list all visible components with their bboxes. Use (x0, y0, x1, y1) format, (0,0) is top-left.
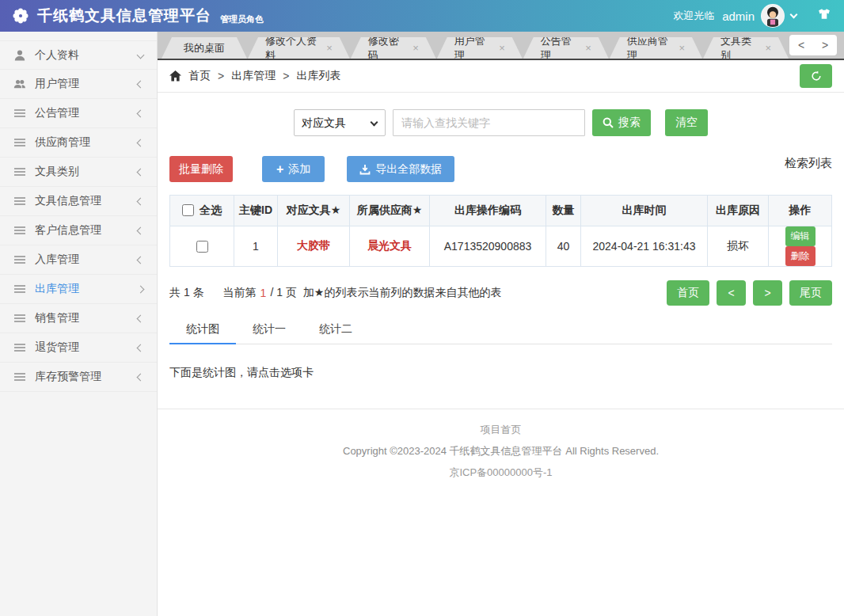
sidebar-item-label: 库存预警管理 (35, 370, 101, 384)
add-button-label: 添加 (288, 162, 310, 177)
tab-scroll-left-button[interactable]: < (789, 35, 813, 55)
cell-id: 1 (234, 226, 278, 267)
tab-stats-one[interactable]: 统计一 (236, 316, 302, 344)
outbound-table: 全选 主键ID 对应文具★ 所属供应商★ 出库操作编码 数量 出库时间 出库原因… (169, 195, 832, 267)
sidebar-item-users[interactable]: 用户管理 (0, 70, 157, 99)
table-toolbar: 批量删除 + 添加 导出全部数据 检索列表 (169, 156, 832, 182)
footer-home-link[interactable]: 项目首页 (158, 423, 844, 437)
close-icon[interactable]: × (412, 42, 419, 54)
app-title: 千纸鹤文具信息管理平台 (37, 6, 211, 26)
select-all-checkbox[interactable] (182, 204, 194, 216)
row-checkbox[interactable] (196, 241, 208, 253)
first-page-button[interactable]: 首页 (667, 280, 709, 306)
tab-scroll-right-button[interactable]: > (813, 35, 837, 55)
chevron-down-icon (137, 51, 145, 59)
tab-label: 修改密码 (368, 34, 405, 63)
chevron-left-icon (137, 197, 145, 205)
close-icon[interactable]: × (765, 42, 771, 54)
close-icon[interactable]: × (679, 42, 685, 54)
chevron-left-icon (137, 80, 145, 88)
sidebar-item-returns[interactable]: 退货管理 (0, 333, 157, 363)
tab-label: 文具类别 (720, 34, 757, 63)
edit-button[interactable]: 编辑 (785, 226, 815, 246)
cell-supplier: 晨光文具 (350, 226, 430, 267)
user-avatar[interactable] (761, 4, 785, 28)
sidebar-item-suppliers[interactable]: 供应商管理 (0, 128, 157, 158)
tab-edit-profile[interactable]: 修改个人资料 × (248, 37, 350, 59)
export-all-button[interactable]: 导出全部数据 (347, 156, 454, 182)
sidebar-item-label: 文具类别 (35, 165, 79, 179)
sidebar-item-label: 退货管理 (35, 340, 79, 355)
tshirt-icon[interactable] (815, 7, 833, 25)
tab-announcement-management[interactable]: 公告管理 × (523, 37, 609, 59)
home-icon (169, 70, 181, 82)
tab-label: 供应商管理 (627, 34, 671, 63)
prev-page-button[interactable]: < (717, 280, 746, 306)
delete-button[interactable]: 删除 (785, 246, 815, 266)
clear-button[interactable]: 清空 (665, 109, 708, 136)
sidebar-item-stationery-categories[interactable]: 文具类别 (0, 158, 157, 187)
header-reason: 出库原因 (708, 196, 769, 226)
cell-quantity: 40 (546, 226, 581, 267)
close-icon[interactable]: × (499, 42, 505, 54)
user-icon (13, 49, 26, 62)
sidebar-item-profile[interactable]: 个人资料 (0, 40, 157, 70)
next-page-button[interactable]: > (753, 280, 782, 306)
sidebar-item-label: 文具信息管理 (35, 194, 101, 208)
top-navbar: 千纸鹤文具信息管理平台 管理员角色 欢迎光临 admin (0, 0, 844, 32)
tab-user-management[interactable]: 用户管理 × (437, 37, 523, 59)
gear-flower-logo-icon (11, 6, 30, 25)
add-button[interactable]: + 添加 (262, 156, 325, 182)
filter-field-select[interactable]: 对应文具 (294, 109, 386, 136)
table-row: 1 大胶带 晨光文具 A1713520900883 40 2024-04-21 … (170, 226, 832, 267)
header-quantity: 数量 (546, 196, 581, 226)
breadcrumb-outbound[interactable]: 出库管理 (231, 69, 276, 83)
page-total-text: / 1 页 (270, 286, 296, 300)
tab-stationery-categories[interactable]: 文具类别 × (703, 37, 789, 59)
tab-supplier-management[interactable]: 供应商管理 × (610, 37, 702, 59)
open-tabs-bar: 我的桌面 修改个人资料 × 修改密码 × 用户管理 × 公告管理 × 供应商管理… (158, 32, 844, 60)
sidebar-item-label: 用户管理 (35, 77, 79, 91)
sidebar-item-inbound[interactable]: 入库管理 (0, 245, 157, 275)
breadcrumb-home[interactable]: 首页 (188, 69, 211, 83)
tab-label: 我的桌面 (184, 41, 225, 55)
menu-icon (13, 312, 26, 325)
breadcrumb-separator: > (218, 70, 224, 82)
sidebar-item-stationery-info[interactable]: 文具信息管理 (0, 187, 157, 216)
last-page-button[interactable]: 尾页 (789, 280, 832, 306)
chevron-down-icon[interactable] (790, 11, 798, 19)
cell-reason: 损坏 (708, 226, 769, 267)
close-icon[interactable]: × (326, 42, 333, 54)
menu-icon (13, 195, 26, 207)
close-icon[interactable]: × (585, 42, 591, 54)
tab-label: 修改个人资料 (265, 34, 318, 63)
batch-delete-button[interactable]: 批量删除 (169, 156, 233, 182)
tab-change-password[interactable]: 修改密码 × (351, 37, 436, 59)
menu-icon (13, 371, 26, 383)
search-button[interactable]: 搜索 (592, 109, 651, 136)
users-icon (13, 78, 26, 90)
sidebar-item-label: 公告管理 (35, 106, 79, 120)
tab-stats-two[interactable]: 统计二 (302, 316, 369, 344)
page-footer: 项目首页 Copyright ©2023-2024 千纸鹤文具信息管理平台 Al… (158, 409, 844, 487)
chevron-left-icon (137, 256, 145, 264)
header-actions: 操作 (769, 196, 832, 226)
cell-actions: 编辑删除 (769, 226, 832, 267)
menu-icon (13, 224, 26, 237)
sidebar-item-outbound[interactable]: 出库管理 (0, 275, 157, 304)
tab-stats-chart[interactable]: 统计图 (169, 316, 236, 344)
sidebar-item-customer-info[interactable]: 客户信息管理 (0, 216, 157, 245)
filter-select-wrap: 对应文具 (294, 109, 386, 136)
export-button-label: 导出全部数据 (375, 162, 442, 177)
sidebar-item-announcements[interactable]: 公告管理 (0, 99, 157, 128)
page-prefix-text: 当前第 (223, 286, 257, 300)
chevron-left-icon (137, 168, 145, 176)
username[interactable]: admin (722, 10, 755, 23)
footer-icp: 京ICP备00000000号-1 (158, 466, 844, 480)
cell-stationery: 大胶带 (278, 226, 350, 267)
refresh-button[interactable] (800, 64, 832, 88)
sidebar-item-stock-warning[interactable]: 库存预警管理 (0, 363, 157, 392)
search-input[interactable] (393, 109, 585, 136)
tab-my-desktop[interactable]: 我的桌面 (162, 37, 247, 59)
sidebar-item-sales[interactable]: 销售管理 (0, 304, 157, 333)
